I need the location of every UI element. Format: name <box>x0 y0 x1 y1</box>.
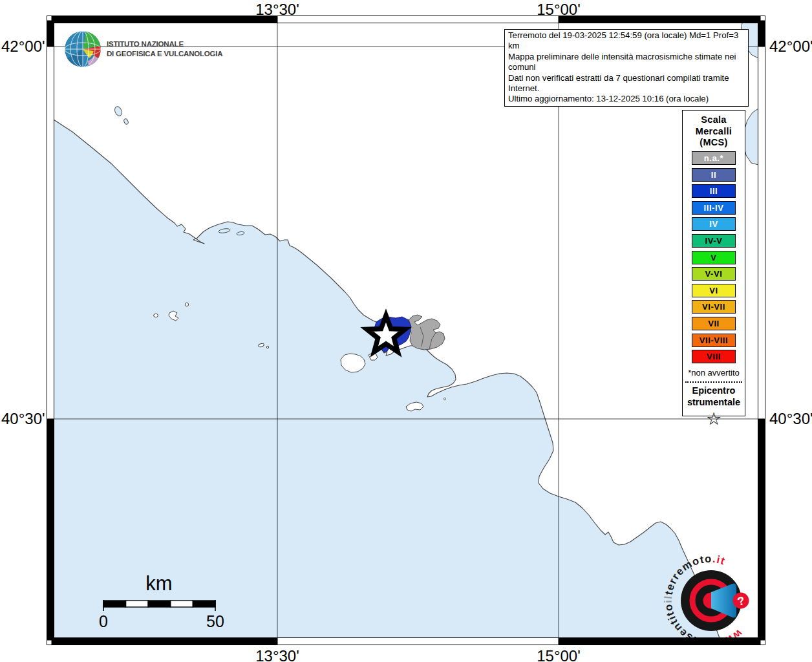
legend-item-vi-vii: VI-VII <box>692 300 736 314</box>
island-zannone <box>185 303 188 306</box>
macroseismic-map-page: km 0 50 <box>0 0 812 662</box>
axis-label-top-lon2: 15°00' <box>537 1 581 19</box>
epicenter-label-line2: strumentale <box>683 397 745 409</box>
epicenter-star-icon: ☆ <box>683 409 745 429</box>
info-line-data-source: Dati non verificati estratti da 7 questi… <box>508 73 745 94</box>
legend-item-v-vi: V-VI <box>692 267 736 281</box>
axis-label-left-lat1: 42°00' <box>1 37 43 56</box>
info-line-event: Terremoto del 19-03-2025 12:54:59 (ora l… <box>508 30 745 52</box>
axis-label-right-lat1: 42°00' <box>769 37 812 56</box>
info-line-map-type: Mappa preliminare delle intensità macros… <box>508 52 745 73</box>
earthquake-info-box: Terremoto del 19-03-2025 12:54:59 (ora l… <box>504 29 749 107</box>
island-palmarola <box>154 314 158 317</box>
scale-bar-end: 50 <box>206 612 224 630</box>
ingv-name-line1: ISTITUTO NAZIONALE <box>107 40 184 48</box>
axis-label-bottom-lon1: 13°30' <box>255 647 299 662</box>
legend-item-ii: II <box>692 168 736 182</box>
epicenter-label-line1: Epicentro <box>683 385 745 397</box>
ingv-name-line2: DI GEOFISICA E VULCANOLOGIA <box>107 50 222 58</box>
legend-item-na: n.a.* <box>692 151 736 165</box>
scale-bar-start: 0 <box>99 612 108 630</box>
axis-label-left-lat2: 40°30' <box>1 410 43 428</box>
legend-item-iii-iv: III-IV <box>692 201 736 215</box>
legend-item-vi: VI <box>692 284 736 297</box>
legend-item-iv-v: IV-V <box>692 234 736 248</box>
mercalli-legend: Scala Mercalli (MCS) n.a.* II III III-IV… <box>682 110 745 416</box>
legend-title-line2: Mercalli <box>683 126 745 138</box>
islet-li-galli <box>444 398 446 400</box>
legend-title-line1: Scala <box>683 114 745 126</box>
info-line-updated: Ultimo aggiornamento: 13-12-2025 10:16 (… <box>508 94 745 104</box>
axis-label-top-lon1: 13°30' <box>255 1 299 19</box>
legend-title-line3: (MCS) <box>683 137 745 149</box>
legend-item-iv: IV <box>692 217 736 231</box>
scale-bar-unit: km <box>145 572 172 595</box>
legend-footnote: *non avvertito <box>683 368 745 378</box>
legend-item-vii-viii: VII-VIII <box>692 334 736 347</box>
axis-label-bottom-lon2: 15°00' <box>537 647 581 662</box>
axis-label-right-lat2: 40°30' <box>769 410 812 428</box>
legend-item-viii: VIII <box>692 350 736 363</box>
island-santo-stefano <box>266 346 268 348</box>
legend-separator <box>685 381 742 383</box>
legend-item-iii: III <box>692 184 736 198</box>
legend-item-vii: VII <box>692 317 736 330</box>
legend-item-v: V <box>692 251 736 264</box>
